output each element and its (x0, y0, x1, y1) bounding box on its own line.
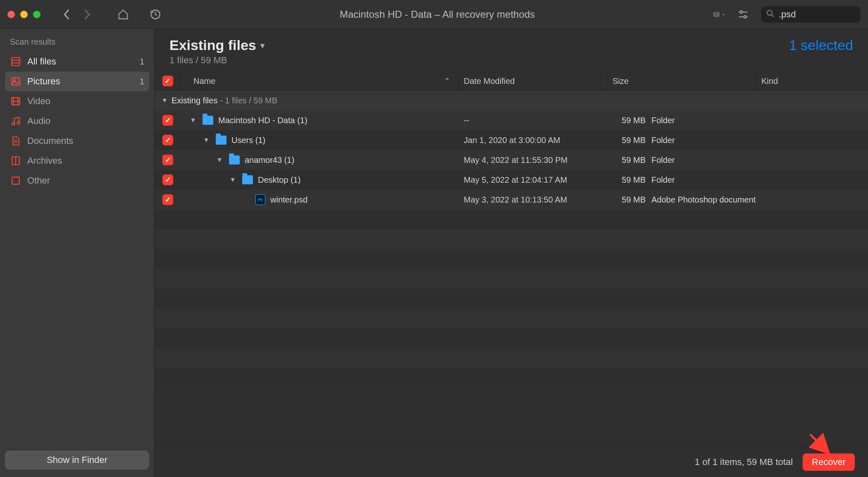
empty-row (155, 229, 868, 249)
row-date: -- (459, 116, 608, 125)
row-checkbox-cell (155, 115, 181, 126)
group-name: Existing files (172, 96, 217, 105)
footer: 1 of 1 items, 59 MB total Recover (155, 446, 868, 477)
file-rows: ▶ Existing files - 1 files / 59 MB ▶Maci… (155, 91, 868, 446)
sidebar-item-all-files[interactable]: All files 1 (5, 52, 149, 72)
back-button[interactable] (61, 9, 73, 20)
photoshop-file-icon: Ps (255, 194, 265, 205)
column-header-size[interactable]: Size (608, 72, 756, 90)
empty-row (155, 289, 868, 309)
row-size-kind: 59 MBFolder (608, 155, 756, 165)
row-size-kind: 59 MBAdobe Photoshop document (608, 195, 756, 205)
other-icon (10, 175, 21, 186)
table-row[interactable]: ▶Users (1)Jan 1, 2020 at 3:00:00 AM59 MB… (155, 130, 868, 150)
sidebar-item-label: Other (27, 175, 50, 186)
row-size: 59 MB (613, 195, 646, 205)
svg-point-7 (744, 15, 746, 18)
window-title: Macintosh HD - Data – All recovery metho… (161, 9, 713, 20)
sidebar-item-audio[interactable]: Audio (5, 111, 149, 131)
home-button[interactable] (117, 9, 129, 20)
row-date: May 4, 2022 at 11:55:30 PM (459, 155, 608, 165)
documents-icon (10, 135, 21, 147)
table-row[interactable]: Pswinter.psdMay 3, 2022 at 10:13:50 AM59… (155, 190, 868, 210)
toolbar-right: ✕ (713, 6, 861, 23)
select-all-checkbox[interactable] (155, 72, 181, 90)
show-in-finder-button[interactable]: Show in Finder (5, 451, 149, 470)
window-controls (7, 11, 41, 18)
recover-button[interactable]: Recover (803, 453, 855, 471)
row-size-kind: 59 MBFolder (608, 116, 756, 125)
sidebar-item-pictures[interactable]: Pictures 1 (5, 72, 149, 91)
empty-row (155, 269, 868, 289)
sidebar-item-label: Audio (27, 116, 50, 126)
empty-row (155, 368, 868, 388)
table-row[interactable]: ▶Macintosh HD - Data (1)--59 MBFolder (155, 110, 868, 130)
row-checkbox[interactable] (162, 155, 173, 165)
search-icon (766, 10, 775, 19)
sidebar-item-archives[interactable]: Archives (5, 151, 149, 171)
selected-count-label[interactable]: 1 selected (789, 37, 853, 53)
row-name-cell: Pswinter.psd (181, 194, 459, 205)
close-window-button[interactable] (7, 11, 15, 18)
footer-status: 1 of 1 items, 59 MB total (695, 457, 793, 467)
chevron-down-icon: ▶ (162, 99, 168, 103)
row-checkbox-cell (155, 194, 181, 205)
video-icon (10, 95, 21, 107)
row-kind: Folder (646, 155, 756, 165)
folder-icon (216, 136, 227, 145)
svg-rect-13 (12, 78, 20, 85)
header-area: Existing files▾ 1 files / 59 MB 1 select… (155, 29, 868, 72)
search-input[interactable] (779, 9, 868, 20)
row-date: May 3, 2022 at 10:13:50 AM (459, 195, 608, 205)
folder-icon (203, 116, 213, 125)
forward-button[interactable] (81, 9, 93, 20)
settings-button[interactable] (737, 9, 749, 20)
fullscreen-window-button[interactable] (33, 11, 41, 18)
row-checkbox-cell (155, 174, 181, 185)
svg-point-8 (767, 10, 772, 15)
disclosure-triangle-icon[interactable]: ▶ (230, 176, 236, 184)
sidebar-item-documents[interactable]: Documents (5, 131, 149, 151)
svg-rect-10 (12, 57, 20, 66)
row-size-kind: 59 MBFolder (608, 136, 756, 145)
view-mode-button[interactable] (713, 9, 725, 20)
row-kind: Folder (646, 175, 756, 185)
disclosure-triangle-icon[interactable]: ▶ (217, 156, 223, 164)
row-name: winter.psd (270, 195, 308, 205)
sidebar-item-video[interactable]: Video (5, 91, 149, 111)
svg-point-19 (12, 122, 14, 125)
sidebar-item-count: 1 (140, 57, 144, 67)
sidebar-item-label: Video (27, 96, 50, 107)
sidebar-item-label: Documents (27, 136, 73, 146)
table-row[interactable]: ▶Desktop (1)May 5, 2022 at 12:04:17 AM59… (155, 170, 868, 190)
search-box[interactable]: ✕ (761, 6, 861, 23)
column-header-name[interactable]: Name⌃ (181, 72, 459, 90)
sidebar-item-label: Pictures (27, 76, 60, 87)
sidebar-item-other[interactable]: Other (5, 171, 149, 191)
row-kind: Folder (646, 136, 756, 145)
empty-row (155, 210, 868, 229)
group-row[interactable]: ▶ Existing files - 1 files / 59 MB (155, 91, 868, 110)
column-header-date[interactable]: Date Modified (459, 72, 608, 90)
all-files-icon (10, 56, 21, 67)
row-checkbox[interactable] (162, 135, 173, 145)
disclosure-triangle-icon[interactable]: ▶ (204, 136, 210, 144)
row-name-cell: ▶Desktop (1) (181, 175, 459, 185)
row-size: 59 MB (613, 175, 646, 185)
page-title: Existing files (169, 37, 256, 53)
table-row[interactable]: ▶anamor43 (1)May 4, 2022 at 11:55:30 PM5… (155, 150, 868, 170)
empty-row (155, 249, 868, 269)
minimize-window-button[interactable] (20, 11, 28, 18)
row-name-cell: ▶Users (1) (181, 136, 459, 145)
sidebar-item-count: 1 (140, 77, 144, 86)
row-checkbox[interactable] (162, 174, 173, 185)
history-button[interactable] (150, 9, 161, 20)
disclosure-triangle-icon[interactable]: ▶ (191, 116, 196, 124)
column-header-kind[interactable]: Kind (756, 72, 868, 90)
row-checkbox[interactable] (162, 194, 173, 205)
page-title-dropdown[interactable]: Existing files▾ (169, 37, 265, 53)
row-checkbox[interactable] (162, 115, 173, 126)
svg-point-20 (17, 122, 20, 124)
pictures-icon (10, 76, 21, 87)
row-name-cell: ▶anamor43 (1) (181, 155, 459, 165)
